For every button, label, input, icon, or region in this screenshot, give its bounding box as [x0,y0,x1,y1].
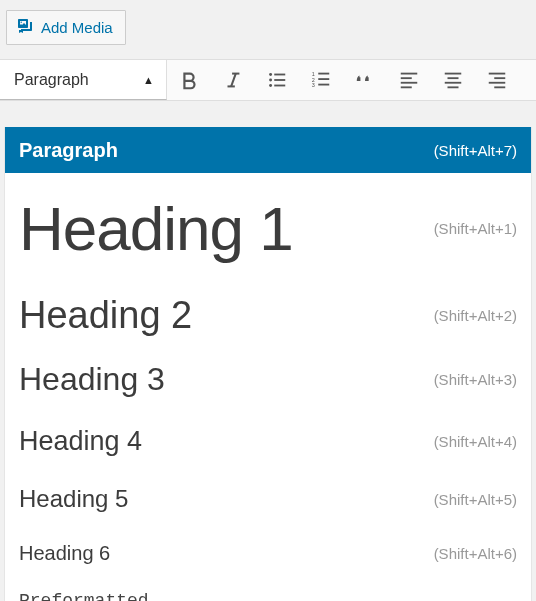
format-dropdown: Paragraph (Shift+Alt+7) Heading 1 (Shift… [4,127,532,601]
svg-rect-18 [401,82,418,84]
align-left-button[interactable] [387,59,431,101]
svg-rect-20 [445,73,462,75]
svg-rect-27 [494,86,505,88]
bold-button[interactable] [167,59,211,101]
svg-rect-19 [401,86,412,88]
svg-rect-14 [318,78,329,80]
italic-button[interactable] [211,59,255,101]
chevron-up-icon: ▲ [143,74,154,86]
format-option-label: Heading 2 [19,294,192,337]
add-media-label: Add Media [41,19,113,36]
format-option-shortcut: (Shift+Alt+5) [434,491,517,508]
svg-rect-17 [401,77,412,79]
format-option-heading-2[interactable]: Heading 2 (Shift+Alt+2) [5,283,531,347]
svg-rect-24 [489,73,506,75]
media-icon [15,16,35,39]
align-center-button[interactable] [431,59,475,101]
format-option-heading-5[interactable]: Heading 5 (Shift+Alt+5) [5,471,531,527]
format-option-shortcut: (Shift+Alt+6) [434,545,517,562]
svg-rect-8 [274,79,285,81]
format-option-preformatted[interactable]: Preformatted [5,579,531,601]
format-option-label: Heading 4 [19,426,142,457]
format-option-paragraph[interactable]: Paragraph (Shift+Alt+7) [5,127,531,173]
format-option-label: Preformatted [19,591,149,601]
svg-point-5 [269,79,272,82]
svg-point-4 [269,73,272,76]
format-option-shortcut: (Shift+Alt+4) [434,433,517,450]
svg-rect-13 [318,73,329,75]
format-select-value: Paragraph [14,71,89,89]
svg-text:3: 3 [312,82,315,88]
format-option-shortcut: (Shift+Alt+2) [434,307,517,324]
svg-rect-16 [401,73,418,75]
svg-rect-23 [448,86,459,88]
svg-rect-15 [318,84,329,86]
svg-point-0 [21,22,22,23]
format-option-label: Heading 3 [19,361,165,398]
align-right-button[interactable] [475,59,519,101]
format-option-heading-4[interactable]: Heading 4 (Shift+Alt+4) [5,411,531,471]
format-option-label: Paragraph [19,139,118,162]
format-option-heading-6[interactable]: Heading 6 (Shift+Alt+6) [5,527,531,579]
bullet-list-button[interactable] [255,59,299,101]
format-option-shortcut: (Shift+Alt+3) [434,371,517,388]
format-option-heading-1[interactable]: Heading 1 (Shift+Alt+1) [5,173,531,283]
svg-rect-21 [448,77,459,79]
format-option-shortcut: (Shift+Alt+7) [434,142,517,159]
blockquote-button[interactable] [343,59,387,101]
svg-point-6 [269,84,272,87]
svg-line-3 [231,74,236,87]
svg-rect-9 [274,85,285,87]
editor-header: Add Media [0,0,536,59]
format-option-shortcut: (Shift+Alt+1) [434,220,517,237]
svg-rect-25 [494,77,505,79]
toolbar-buttons: 123 [167,60,519,100]
format-option-heading-3[interactable]: Heading 3 (Shift+Alt+3) [5,347,531,411]
editor-toolbar: Paragraph ▲ 123 [0,59,536,101]
svg-rect-22 [445,82,462,84]
format-option-label: Heading 1 [19,193,293,264]
numbered-list-button[interactable]: 123 [299,59,343,101]
format-option-label: Heading 5 [19,485,128,513]
svg-rect-26 [489,82,506,84]
format-select[interactable]: Paragraph ▲ [0,60,167,100]
format-option-label: Heading 6 [19,542,110,565]
svg-rect-7 [274,74,285,76]
add-media-button[interactable]: Add Media [6,10,126,45]
